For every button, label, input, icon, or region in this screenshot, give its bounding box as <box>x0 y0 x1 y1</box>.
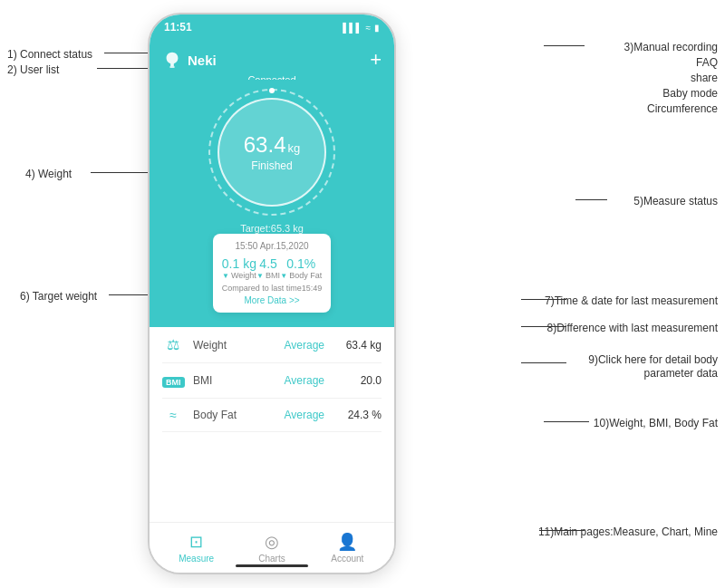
weight-unit: kg <box>287 141 300 155</box>
annotation-click-detail: 9)Click here for detail body <box>588 353 718 366</box>
charts-nav-icon: ◎ <box>265 532 279 552</box>
status-time: 11:51 <box>164 21 192 34</box>
status-icons: ▌▌▌ ≈ ▮ <box>343 23 380 33</box>
account-nav-icon: 👤 <box>337 532 357 552</box>
nav-charts[interactable]: ◎ Charts <box>234 532 309 564</box>
wifi-icon: ≈ <box>366 23 372 33</box>
annotation-circumference: Circumference <box>647 102 718 115</box>
nav-measure[interactable]: ⊡ Measure <box>159 532 234 564</box>
line-bmi <box>544 421 589 422</box>
weight-stat-icon: ⚖ <box>162 336 184 353</box>
weight-arrow-icon: ▼ <box>222 272 229 280</box>
weight-diff-value: 0.1 kg <box>222 256 256 271</box>
page-wrapper: 11:51 ▌▌▌ ≈ ▮ Neki Connected + <box>0 0 725 588</box>
annotation-difference: 8)Difference with last measurement <box>546 322 718 334</box>
weight-value: 63.4 <box>244 132 286 158</box>
charts-nav-label: Charts <box>258 554 285 564</box>
battery-icon: ▮ <box>374 23 380 33</box>
stat-item-bodyfat[interactable]: ≈ Body Fat Average 24.3 % <box>162 399 382 432</box>
line-connect <box>104 53 148 53</box>
annotation-user-list: 2) User list <box>7 63 59 76</box>
line-target <box>109 294 148 295</box>
measurement-datetime: 15:50 Apr.15,2020 <box>222 241 323 251</box>
bodyfat-stat-icon: ≈ <box>162 408 184 422</box>
line-click <box>521 362 566 363</box>
target-weight: Target:65.3 kg <box>240 223 304 234</box>
bmi-diff-item: 4.5 ▼ BMI <box>256 256 280 280</box>
nav-indicator <box>236 564 308 567</box>
annotation-click-detail2: parameter data <box>644 367 718 380</box>
bodyfat-diff-item: 0.1% ▼ Body Fat <box>280 256 322 280</box>
weight-stat-level: Average <box>285 339 324 352</box>
stat-item-weight[interactable]: ⚖ Weight Average 63.4 kg <box>162 327 382 363</box>
bodyfat-stat-level: Average <box>285 409 324 421</box>
more-data-link[interactable]: More Data >> <box>222 295 323 305</box>
gauge-circle-inner: 63.4 kg Finished <box>218 98 326 207</box>
bmi-diff-value: 4.5 <box>259 256 276 271</box>
annotation-share: share <box>691 72 718 84</box>
bmi-stat-level: Average <box>285 374 324 387</box>
stats-list: ⚖ Weight Average 63.4 kg BMI BMI Average… <box>150 327 394 432</box>
gauge-area: 63.4 kg Finished Target:65.3 kg 15:50 Ap… <box>150 80 394 327</box>
bottom-nav: ⊡ Measure ◎ Charts 👤 Account <box>150 522 394 573</box>
annotation-bmi-bodyfat: 10)Weight, BMI, Body Fat <box>594 417 718 429</box>
weight-diff-item: 0.1 kg ▼ Weight <box>222 256 256 280</box>
svg-rect-0 <box>169 66 175 67</box>
measure-nav-label: Measure <box>179 554 214 564</box>
weight-stat-value: 63.4 kg <box>341 339 382 352</box>
signal-icon: ▌▌▌ <box>343 23 362 33</box>
line-weight <box>91 172 148 173</box>
weight-stat-name: Weight <box>193 339 276 352</box>
compared-text: Compared to last time15:49 <box>222 284 323 293</box>
status-bar: 11:51 ▌▌▌ ≈ ▮ <box>150 14 394 40</box>
bmi-arrow-icon: ▼ <box>256 272 264 280</box>
bmi-stat-name: BMI <box>193 374 276 387</box>
measurement-row: 0.1 kg ▼ Weight 4.5 ▼ BMI <box>222 256 323 280</box>
annotation-manual: 3)Manual recording <box>624 41 718 53</box>
annotation-main-pages: 11)Main pages:Measure, Chart, Mine <box>538 525 718 538</box>
app-header: Neki Connected + <box>150 40 394 80</box>
weight-diff-label: Weight <box>231 271 256 280</box>
annotation-faq: FAQ <box>696 56 718 69</box>
account-nav-label: Account <box>331 554 363 564</box>
line-time <box>521 299 566 300</box>
bodyfat-stat-value: 24.3 % <box>341 409 382 421</box>
annotation-baby-mode: Baby mode <box>662 87 718 100</box>
bmi-stat-value: 20.0 <box>341 374 382 387</box>
annotation-time-date: 7)Time & date for last measurement <box>545 294 718 307</box>
header-username: Neki <box>188 53 217 68</box>
header-left: Neki <box>162 50 217 70</box>
nav-account[interactable]: 👤 Account <box>310 532 385 564</box>
line-diff <box>521 326 566 327</box>
gauge-dot <box>269 88 275 93</box>
bmi-stat-icon: BMI <box>162 372 184 389</box>
phone-frame: 11:51 ▌▌▌ ≈ ▮ Neki Connected + <box>148 13 396 574</box>
app-logo-icon <box>162 50 182 70</box>
annotation-target-weight: 6) Target weight <box>20 290 97 303</box>
bodyfat-stat-name: Body Fat <box>193 409 276 421</box>
line-user <box>97 68 148 69</box>
line-status <box>575 199 607 200</box>
bodyfat-diff-label: Body Fat <box>289 271 322 280</box>
annotation-weight: 4) Weight <box>25 168 72 180</box>
annotation-connect-status: 1) Connect status <box>7 48 92 61</box>
measure-nav-icon: ⊡ <box>189 532 203 552</box>
measurement-card: 15:50 Apr.15,2020 0.1 kg ▼ Weight 4.5 ▼ <box>213 234 332 313</box>
bmi-diff-label: BMI <box>266 271 280 280</box>
annotation-measure-status: 5)Measure status <box>633 195 718 207</box>
add-button[interactable]: + <box>370 48 382 72</box>
bodyfat-arrow-icon: ▼ <box>280 272 287 280</box>
gauge-circle-outer: 63.4 kg Finished <box>208 89 335 216</box>
stat-item-bmi[interactable]: BMI BMI Average 20.0 <box>162 363 382 399</box>
line-pages <box>539 530 585 531</box>
line-manual <box>544 45 585 46</box>
measure-status: Finished <box>251 159 292 172</box>
bodyfat-diff-value: 0.1% <box>286 256 315 271</box>
